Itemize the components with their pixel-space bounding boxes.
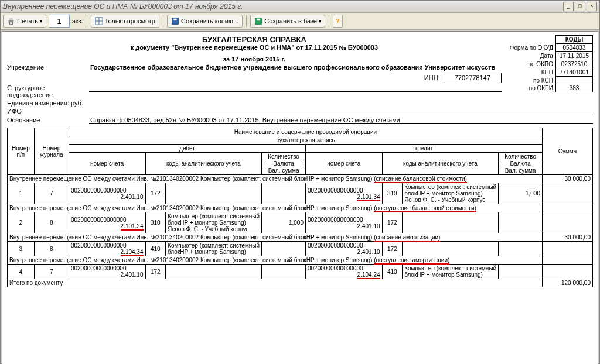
th-d-cur: Валюта (264, 160, 304, 167)
svg-rect-9 (257, 19, 260, 21)
cell-d-desc: Компьютер (комплект: системный блокHP + … (166, 242, 262, 256)
cell-c-code: 172 (382, 212, 403, 233)
dropdown-icon: ▾ (40, 19, 42, 24)
cell-sum (543, 183, 593, 204)
table-head: Номер п/п Номер журнала Наименование и с… (8, 128, 593, 175)
window-title: Внутреннее перемещение ОС и НМА № БУ0000… (3, 2, 562, 11)
th-c-qty: Количество (500, 153, 540, 160)
doc-date-line: за 17 ноября 2015 г. (7, 56, 593, 63)
group-sum: 30 000,00 (543, 175, 593, 183)
cell-np: 1 (8, 183, 35, 204)
floppy-db-icon (254, 17, 262, 25)
th-np: Номер п/п (8, 128, 35, 175)
separator (329, 15, 329, 27)
print-button[interactable]: Печать ▾ (3, 15, 46, 28)
cell-d-code: 172 (145, 183, 166, 204)
th-d-qty: Количество (264, 153, 304, 160)
cell-d-qty: 1,000 (262, 212, 306, 233)
group-text: Внутреннее перемещение ОС между счетами … (8, 175, 543, 183)
svg-rect-1 (9, 18, 12, 20)
ksp-value (555, 77, 592, 84)
cell-d-qty (262, 183, 306, 204)
group-sum (543, 204, 593, 212)
cell-d-desc (166, 183, 262, 204)
document-body: КОДЫ Форма по ОКУД0504833 Дата17.11.2015… (2, 31, 598, 364)
cell-journal: 8 (34, 242, 69, 256)
printer-icon (7, 17, 15, 25)
cell-d-code: 310 (145, 212, 166, 233)
cell-c-qty: 1,000 (499, 183, 543, 204)
cell-c-desc (403, 212, 499, 233)
basis-row: ОснованиеСправка ф.0504833, ред.52н № БУ… (7, 116, 593, 124)
dropdown-icon: ▾ (319, 19, 321, 24)
th-c-valsum: Вал. сумма (500, 167, 540, 174)
okei-value: 383 (555, 84, 592, 92)
th-c-analytics: коды аналитического учета (382, 153, 499, 175)
codes-table: КОДЫ Форма по ОКУД0504833 Дата17.11.2015… (506, 35, 593, 92)
cell-c-desc: Компьютер (комплект: системный блокHP + … (403, 265, 499, 279)
app-window: Внутреннее перемещение ОС и НМА № БУ0000… (0, 0, 600, 364)
subdiv-value (89, 84, 502, 92)
kpp-value: 771401001 (555, 68, 592, 77)
th-c-cur: Валюта (500, 160, 540, 167)
org-row: Учреждение Государственное образовательн… (7, 64, 502, 71)
cell-d-qty (262, 265, 306, 279)
cell-c-qty (499, 242, 543, 256)
print-label: Печать (17, 18, 38, 25)
cell-c-code: 410 (382, 265, 403, 279)
floppy-icon (171, 17, 179, 25)
subdiv-label: Структурное подразделение (7, 84, 89, 98)
th-c-acct: номер счета (305, 153, 382, 175)
cell-journal: 7 (34, 265, 69, 279)
footer-label: Итого по документу (8, 279, 543, 287)
th-credit: кредит (305, 145, 542, 153)
basis-label: Основание (7, 116, 89, 123)
minimize-icon[interactable]: _ (563, 2, 574, 11)
grid-icon (95, 17, 103, 25)
th-d-valsum: Вал. сумма (264, 167, 304, 174)
preview-label: Только просмотр (105, 18, 155, 25)
org-value: Государственное образовательное бюджетно… (89, 64, 502, 71)
save-db-button[interactable]: Сохранить в базе ▾ (250, 15, 325, 28)
close-icon[interactable]: × (587, 2, 597, 11)
basis-value: Справка ф.0504833, ред.52н № БУ000003 от… (89, 116, 593, 124)
cell-sum (543, 242, 593, 256)
help-icon: ? (336, 18, 340, 25)
maximize-icon[interactable]: □ (575, 2, 585, 11)
th-opname: Наименование и содержание проводимой опе… (69, 128, 542, 136)
preview-button[interactable]: Только просмотр (91, 15, 159, 28)
cell-c-code: 172 (382, 242, 403, 256)
help-button[interactable]: ? (333, 15, 343, 28)
th-journal: Номер журнала (34, 128, 69, 175)
copies-input[interactable] (49, 15, 70, 28)
svg-rect-2 (9, 22, 12, 25)
inn-value: 7702778147 (444, 73, 502, 83)
cell-d-acc: 00200000000000000 2.401.10 (69, 265, 145, 279)
save-copy-label: Сохранить копию... (181, 18, 238, 25)
inn-label: ИНН (424, 74, 438, 81)
date-label: Дата (506, 52, 556, 60)
cell-c-acc: 00200000000000000 2.401.10 (305, 212, 382, 233)
save-db-label: Сохранить в базе (264, 18, 317, 25)
th-debit: дебет (69, 145, 305, 153)
okei-label: по ОКЕИ (506, 84, 556, 92)
title-bar: Внутреннее перемещение ОС и НМА № БУ0000… (1, 1, 599, 13)
okud-label: Форма по ОКУД (506, 44, 556, 52)
group-text: Внутреннее перемещение ОС между счетами … (8, 204, 543, 212)
cell-c-desc (403, 242, 499, 256)
copies-suffix: экз. (72, 18, 83, 25)
cell-c-qty (499, 265, 543, 279)
ksp-label: по КСП (506, 77, 556, 84)
th-d-acct: номер счета (69, 153, 145, 175)
save-copy-button[interactable]: Сохранить копию... (167, 15, 243, 28)
cell-c-desc: Компьютер (комплект: системный блокHP + … (403, 183, 499, 204)
cell-sum (543, 265, 593, 279)
th-entry: бухгалтерская запись (69, 136, 542, 145)
okpo-label: по ОКПО (506, 60, 556, 68)
cell-d-acc: 00200000000000000 2.401.10 (69, 183, 145, 204)
cell-c-acc: 00200000000000000 2.101.34 (305, 183, 382, 204)
footer-total: 120 000,00 (543, 279, 593, 287)
kpp-label: КПП (506, 68, 556, 77)
cell-c-code: 310 (382, 183, 403, 204)
ifo-value (89, 108, 593, 115)
